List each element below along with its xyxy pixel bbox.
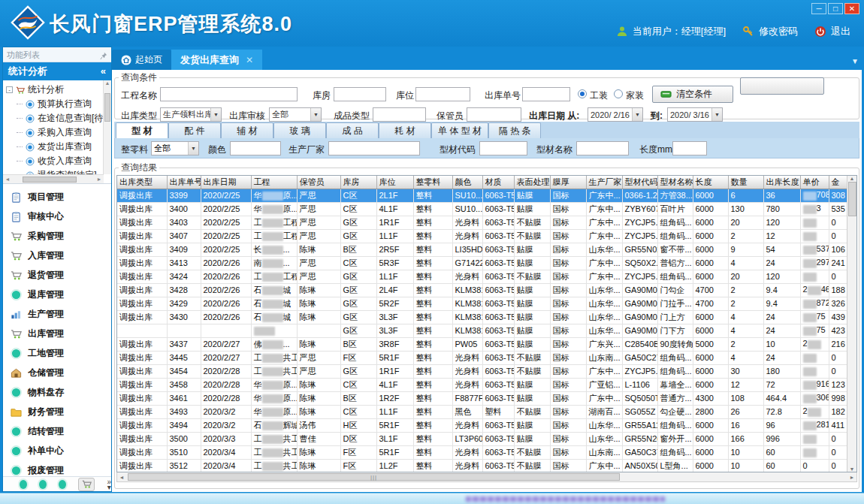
outbound-type-select[interactable]: 生产领料出库▼ <box>160 107 222 122</box>
tree-vertical-scrollbar[interactable]: ▲ <box>103 80 111 174</box>
sidebar-menu-item[interactable]: 审核中心 <box>3 207 111 226</box>
tab-list-dropdown-icon[interactable]: ▼ <box>851 57 859 65</box>
column-header[interactable]: 出库单号 <box>167 176 201 189</box>
whole-piece-select[interactable]: 全部▼ <box>151 141 199 155</box>
material-tab[interactable]: 玻 璃 <box>273 122 326 138</box>
sidebar-menu-item[interactable]: 工地管理 <box>3 343 111 363</box>
tab-home[interactable]: 起始页 <box>112 50 171 70</box>
order-no-input[interactable] <box>522 87 570 101</box>
column-header[interactable]: 单价 <box>800 176 829 189</box>
date-from-picker[interactable]: 2020/ 2/16▼ <box>588 107 643 122</box>
stats-group-header[interactable]: 统计分析 « <box>3 62 111 80</box>
material-tab[interactable]: 型 材 <box>116 122 168 138</box>
tree-item[interactable]: 采购入库查询 <box>3 125 111 140</box>
sidebar-menu-item[interactable]: 补单中心 <box>3 441 111 460</box>
scrollbar-thumb[interactable]: ||| <box>128 473 620 481</box>
tree-item[interactable]: 在途信息查询[待 <box>3 111 111 125</box>
sidebar-menu-item[interactable]: 退货管理 <box>3 265 111 285</box>
column-header[interactable]: 型材代码 <box>622 176 657 189</box>
column-header[interactable]: 生产厂家 <box>586 176 622 189</box>
tree-root-node[interactable]: - 统计分析 <box>3 83 111 97</box>
column-header[interactable]: 出库类型 <box>117 176 167 189</box>
column-header[interactable]: 库房 <box>340 176 376 189</box>
sidebar-menu-item[interactable]: 仓储管理 <box>3 363 111 382</box>
table-row[interactable]: 调拨出库33992020/2/25华原...严思C区2L1F整料SU10...6… <box>117 189 848 202</box>
sidebar-menu-item[interactable]: 物料盘存 <box>3 382 111 402</box>
footer-circle-icon[interactable] <box>59 480 66 489</box>
radio-gongzhuang-label[interactable]: 工装 <box>590 89 608 102</box>
pin-icon[interactable] <box>100 50 107 59</box>
material-tab[interactable]: 配 件 <box>168 122 221 138</box>
tree-collapse-icon[interactable]: - <box>6 86 13 93</box>
collapse-icon[interactable]: « <box>101 62 106 80</box>
footer-circle-icon[interactable] <box>39 480 47 489</box>
maximize-button[interactable]: □ <box>828 3 843 14</box>
sidebar-menu-item[interactable]: 结转管理 <box>3 421 111 441</box>
column-header[interactable]: 颜色 <box>452 176 482 189</box>
material-tab[interactable]: 耗 材 <box>379 122 431 138</box>
length-input[interactable] <box>672 141 707 155</box>
logout-link[interactable]: 退出 <box>831 25 850 38</box>
sidebar-menu-item[interactable]: 出库管理 <box>3 324 111 343</box>
color-input[interactable] <box>230 141 281 155</box>
grid-horizontal-scrollbar[interactable]: ◄ ||| ► <box>116 472 857 482</box>
table-row[interactable]: 调拨出库34452020/2/27工共工程严思F区5R1F整料光身料6063-T… <box>117 351 848 364</box>
table-row[interactable]: 调拨出库34032020/2/25工工程严思G区1R1F整料光身料6063-T5… <box>117 216 848 229</box>
sidebar-menu-item[interactable]: 项目管理 <box>3 187 111 207</box>
column-header[interactable]: 库位 <box>376 176 413 189</box>
profile-name-input[interactable] <box>576 141 629 155</box>
material-tab[interactable]: 单 体 型 材 <box>431 122 488 138</box>
project-name-input[interactable] <box>160 87 298 101</box>
column-header[interactable]: 数量 <box>728 176 763 189</box>
clear-conditions-button[interactable]: 清空条件 <box>652 86 733 103</box>
grid-vertical-scrollbar[interactable]: ▲▼ <box>847 176 856 472</box>
manufacturer-input[interactable] <box>328 141 420 155</box>
footer-cart-button[interactable] <box>78 478 95 491</box>
warehouse-input[interactable] <box>334 87 386 101</box>
column-header[interactable]: 膜厚 <box>550 176 586 189</box>
column-header[interactable]: 出库日期 <box>201 176 251 189</box>
tree-horizontal-scrollbar[interactable]: ◄► <box>3 174 104 183</box>
table-row[interactable]: 调拨出库34002020/2/25华原...严思C区4L1F整料SU10...6… <box>117 202 848 216</box>
column-header[interactable]: 长度 <box>693 176 728 189</box>
table-row[interactable]: 调拨出库34302020/2/26石城陈琳G区3L3F整料KLM38176063… <box>117 310 848 324</box>
table-row[interactable]: 调拨出库34072020/2/25工工程严思G区1L1F整料光身料6063-T5… <box>117 229 848 243</box>
table-row[interactable]: 调拨出库35102020/3/4工共工程陈琳F区5R1F整料光身料6063-T5… <box>117 445 848 459</box>
radio-gongzhuang[interactable] <box>578 89 587 98</box>
table-row[interactable]: 调拨出库34292020/2/26石城陈琳G区5R2F整料KLM38176063… <box>117 297 848 310</box>
column-header[interactable]: 表面处理 <box>514 176 550 189</box>
radio-jiazhuang[interactable] <box>614 89 623 98</box>
date-to-picker[interactable]: 2020/ 3/16▼ <box>667 107 723 122</box>
material-tab[interactable]: 辅 材 <box>221 122 273 138</box>
radio-jiazhuang-label[interactable]: 家装 <box>626 89 644 102</box>
sidebar-menu-item[interactable]: 报废管理 <box>3 460 111 476</box>
audit-select[interactable]: 全部▼ <box>269 107 322 122</box>
column-header[interactable]: 保管员 <box>297 176 340 189</box>
table-row[interactable]: 调拨出库34582020/2/28华原...陈琳C区4L1F整料光身料6063-… <box>117 378 848 391</box>
table-row[interactable]: 调拨出库34372020/2/27佛...陈琳B区3R8F整料PW056063-… <box>117 337 848 351</box>
table-row[interactable]: 调拨出库34932020/3/2华原...陈琳C区1L1F整料黑色塑料不贴膜国标… <box>117 405 848 418</box>
column-header[interactable]: 出库长度 <box>763 176 800 189</box>
tree-item[interactable]: 发货出库查询 <box>3 140 111 154</box>
column-header[interactable]: 材质 <box>482 176 514 189</box>
table-row[interactable]: 调拨出库34242020/2/26工工程严思G区1L1F整料光身料6063-T5… <box>117 270 848 283</box>
material-tab[interactable]: 成 品 <box>326 122 379 138</box>
table-row[interactable]: 调拨出库35122020/3/4工共工程陈琳F区1L2F整料光身料6063-T5… <box>117 459 848 472</box>
profile-code-input[interactable] <box>479 141 527 155</box>
close-button[interactable]: ✕ <box>844 3 859 14</box>
column-header[interactable]: 金 <box>829 176 848 189</box>
sidebar-menu-item[interactable]: 采购管理 <box>3 226 111 246</box>
table-row[interactable]: 调拨出库35002020/3/3工共工程曹佳D区3L1F整料LT3P606063… <box>117 432 848 445</box>
keeper-input[interactable] <box>467 107 521 122</box>
tab-close-icon[interactable]: ✕ <box>246 55 253 65</box>
minimize-button[interactable]: ─ <box>811 3 826 14</box>
product-type-input[interactable] <box>373 107 426 122</box>
table-row[interactable]: 调拨出库34612020/2/28华原...陈琳B区1R2F整料F8877FT6… <box>117 391 848 405</box>
tree-item[interactable]: 收货入库查询 <box>3 154 111 168</box>
tab-shipping-outbound-query[interactable]: 发货出库查询 ✕ <box>171 50 262 70</box>
column-header[interactable]: 整零料 <box>413 176 452 189</box>
sidebar-menu-item[interactable]: 入库管理 <box>3 246 111 265</box>
table-row[interactable]: 调拨出库34942020/3/2石辉城汤伟H区5R1F整料光身料6063-T5贴… <box>117 418 848 432</box>
table-row[interactable]: 调拨出库34132020/2/26南...严思C区5R3F整料G71422606… <box>117 256 848 270</box>
sidebar-menu-item[interactable]: 生产管理 <box>3 304 111 324</box>
